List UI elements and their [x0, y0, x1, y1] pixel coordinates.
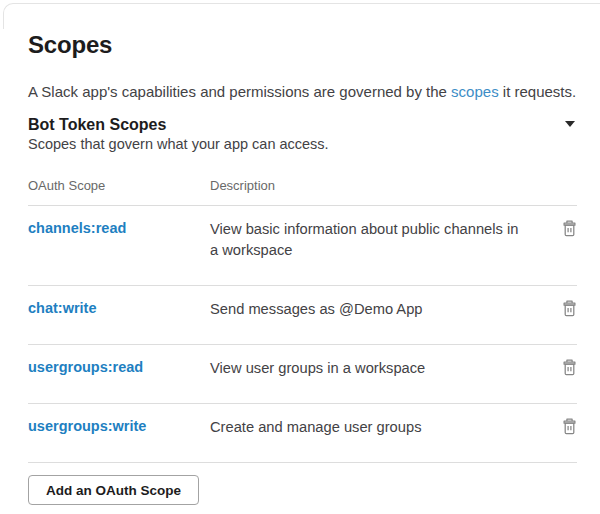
scope-link[interactable]: usergroups:read — [28, 357, 210, 378]
table-row: usergroups:write Create and manage user … — [28, 404, 577, 463]
scope-description: Create and manage user groups — [210, 417, 547, 438]
table-row: channels:read View basic information abo… — [28, 206, 577, 286]
section-title: Bot Token Scopes — [28, 115, 329, 135]
intro-text-before: A Slack app's capabilities and permissio… — [28, 83, 451, 100]
scope-description: View user groups in a workspace — [210, 358, 547, 379]
scopes-panel: Scopes A Slack app's capabilities and pe… — [0, 0, 600, 514]
column-header-description: Description — [210, 178, 547, 193]
oauth-scope-table: OAuth Scope Description channels:read Vi… — [28, 178, 577, 463]
bot-token-scopes-section-header: Bot Token Scopes Scopes that govern what… — [28, 115, 577, 154]
trash-icon — [562, 220, 577, 237]
column-header-oauth-scope: OAuth Scope — [28, 178, 210, 193]
trash-icon — [562, 359, 577, 376]
scope-description: Send messages as @Demo App — [210, 299, 547, 320]
trash-icon — [562, 418, 577, 435]
collapse-section-button[interactable] — [563, 115, 577, 133]
intro-text-after: it requests. — [499, 83, 577, 100]
scopes-doc-link[interactable]: scopes — [451, 83, 499, 100]
table-header-row: OAuth Scope Description — [28, 178, 577, 206]
scope-link[interactable]: usergroups:write — [28, 416, 210, 437]
column-header-actions — [547, 178, 577, 193]
delete-scope-button[interactable] — [562, 359, 577, 376]
scope-link[interactable]: chat:write — [28, 298, 210, 319]
table-row: chat:write Send messages as @Demo App — [28, 286, 577, 345]
delete-scope-button[interactable] — [562, 300, 577, 317]
page-title: Scopes — [28, 30, 577, 60]
delete-scope-button[interactable] — [562, 418, 577, 435]
table-row: usergroups:read View user groups in a wo… — [28, 345, 577, 404]
trash-icon — [562, 300, 577, 317]
table-body: channels:read View basic information abo… — [28, 206, 577, 463]
section-header-text: Bot Token Scopes Scopes that govern what… — [28, 115, 329, 154]
scope-description: View basic information about public chan… — [210, 219, 547, 261]
intro-text: A Slack app's capabilities and permissio… — [28, 82, 577, 101]
caret-down-icon — [565, 121, 575, 127]
scope-link[interactable]: channels:read — [28, 218, 210, 239]
add-oauth-scope-button[interactable]: Add an OAuth Scope — [28, 475, 199, 505]
delete-scope-button[interactable] — [562, 220, 577, 237]
section-subtitle: Scopes that govern what your app can acc… — [28, 135, 329, 154]
